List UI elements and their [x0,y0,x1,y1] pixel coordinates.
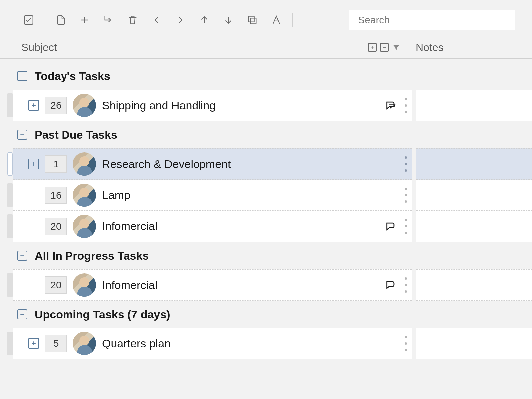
copy-icon[interactable] [240,10,264,30]
collapse-icon[interactable]: − [17,251,27,261]
search-wrap [349,10,515,30]
task-title: Quarters plan [102,337,171,350]
avatar [73,184,96,207]
collapse-icon[interactable]: − [17,130,27,140]
indent-arrow-icon[interactable] [97,10,121,30]
column-tools: + − [367,42,405,52]
checkmark-icon[interactable] [17,10,41,30]
expand-icon[interactable]: + [28,100,39,111]
task-row[interactable]: + 1 Research & Development [0,148,532,180]
toolbar-separator [292,13,293,27]
task-notes-cell[interactable] [416,148,532,180]
task-notes-cell[interactable] [416,180,532,211]
task-notes-cell[interactable] [416,90,532,121]
expand-all-icon[interactable]: + [367,42,377,52]
expand-icon[interactable]: + [28,338,39,349]
task-notes-cell[interactable] [416,328,532,359]
task-notes-cell[interactable] [416,269,532,301]
arrow-down-icon[interactable] [216,10,240,30]
row-handle[interactable] [0,90,13,121]
task-subject-cell[interactable]: + 5 Quarters plan [13,328,412,359]
row-menu-icon[interactable] [404,336,407,351]
task-row[interactable]: 20 Infomercial [0,211,532,242]
trash-icon[interactable] [121,10,145,30]
toolbar [0,7,532,36]
chat-icon[interactable] [385,279,397,291]
task-title: Research & Development [102,158,231,171]
group-header[interactable]: − Upcoming Tasks (7 days) [0,301,532,328]
group-header[interactable]: − Past Due Tasks [0,121,532,148]
column-header-notes[interactable]: Notes [412,41,532,54]
task-subject-cell[interactable]: 20 Infomercial [13,211,412,242]
row-handle[interactable] [0,211,13,242]
row-handle[interactable] [0,180,13,211]
avatar [73,94,96,117]
arrow-right-icon[interactable] [169,10,193,30]
task-row[interactable]: 20 Infomercial [0,269,532,301]
columns-header: Subject + − Notes [0,36,532,59]
svg-rect-2 [249,16,254,22]
task-title: Shipping and Handling [102,99,216,112]
row-menu-icon[interactable] [404,98,407,113]
row-menu-icon[interactable] [404,188,407,203]
task-title: Lamp [102,189,130,201]
task-subject-cell[interactable]: 20 Infomercial [13,269,412,301]
collapse-icon[interactable]: − [17,71,27,81]
collapse-icon[interactable]: − [17,309,27,319]
group-label: All In Progress Tasks [35,249,149,262]
text-a-icon[interactable] [264,10,288,30]
task-row[interactable]: + 26 Shipping and Handling [0,90,532,121]
search-input[interactable] [349,10,515,30]
task-title: Infomercial [102,279,157,292]
collapse-all-icon[interactable]: − [379,42,389,52]
group-label: Today's Tasks [35,70,110,83]
task-subject-cell[interactable]: 16 Lamp [13,180,412,211]
chat-icon[interactable] [385,220,397,232]
task-row[interactable]: + 5 Quarters plan [0,328,532,359]
avatar [73,273,96,297]
arrow-left-icon[interactable] [145,10,169,30]
row-handle[interactable] [0,148,13,180]
task-count-badge: 20 [45,218,67,235]
task-subject-cell[interactable]: + 1 Research & Development [13,148,412,180]
row-handle[interactable] [0,269,13,301]
group-header[interactable]: − Today's Tasks [0,63,532,90]
avatar [73,332,96,355]
svg-rect-1 [250,18,256,24]
task-count-badge: 5 [45,335,67,352]
task-count-badge: 16 [45,187,67,204]
task-row[interactable]: 16 Lamp [0,180,532,211]
row-handle[interactable] [0,328,13,359]
arrow-up-icon[interactable] [193,10,216,30]
task-notes-cell[interactable] [416,211,532,242]
group-header[interactable]: − All In Progress Tasks [0,242,532,269]
new-file-icon[interactable] [49,10,73,30]
task-count-badge: 26 [45,97,67,114]
chat-icon[interactable] [385,99,397,111]
plus-icon[interactable] [73,10,97,30]
task-count-badge: 1 [45,155,67,173]
group-label: Past Due Tasks [35,128,117,141]
app-root: Subject + − Notes − Today's Tasks + 26 S… [0,0,532,399]
expand-icon[interactable]: + [28,159,39,169]
group-label: Upcoming Tasks (7 days) [35,308,170,321]
avatar [73,152,96,176]
row-menu-icon[interactable] [404,277,407,293]
filter-icon[interactable] [391,42,401,52]
column-header-subject[interactable]: Subject [0,41,367,54]
task-count-badge: 20 [45,276,67,294]
task-subject-cell[interactable]: + 26 Shipping and Handling [13,90,412,121]
row-menu-icon[interactable] [404,219,407,234]
toolbar-separator [45,13,45,27]
row-menu-icon[interactable] [404,156,407,172]
task-title: Infomercial [102,220,157,233]
task-list: − Today's Tasks + 26 Shipping and Handli… [0,59,532,359]
avatar [73,215,96,238]
column-separator [409,39,409,55]
